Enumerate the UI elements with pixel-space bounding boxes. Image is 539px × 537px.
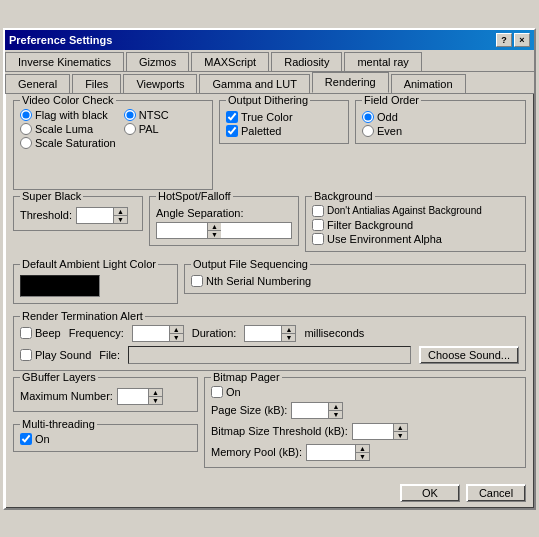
video-color-check-title: Video Color Check <box>20 94 116 106</box>
gbuffer-up[interactable]: ▲ <box>149 389 162 397</box>
threshold-spinbox[interactable]: 5237 ▲ ▼ <box>352 423 408 440</box>
scale-luma-radio[interactable] <box>20 123 32 135</box>
tab-general[interactable]: General <box>5 74 70 93</box>
tab-inverse-kinematics[interactable]: Inverse Kinematics <box>5 52 124 71</box>
frequency-input[interactable]: 440 <box>133 326 169 341</box>
true-color-label: True Color <box>241 111 293 123</box>
gbuffer-input[interactable]: 10 <box>118 389 148 404</box>
tab-animation[interactable]: Animation <box>391 74 466 93</box>
play-sound-option[interactable]: Play Sound <box>20 349 91 361</box>
threshold-up[interactable]: ▲ <box>394 424 407 432</box>
bitmap-pager-on-option[interactable]: On <box>211 386 519 398</box>
paletted-checkbox[interactable] <box>226 125 238 137</box>
tab-mental-ray[interactable]: mental ray <box>344 52 421 71</box>
super-black-input[interactable]: 15 <box>77 208 113 223</box>
file-input[interactable] <box>128 346 411 364</box>
hotspot-falloff-title: HotSpot/Falloff <box>156 190 233 202</box>
tab-radiosity[interactable]: Radiosity <box>271 52 342 71</box>
tab-viewports[interactable]: Viewports <box>123 74 197 93</box>
frequency-down[interactable]: ▼ <box>170 334 183 341</box>
frequency-spinbox[interactable]: 440 ▲ ▼ <box>132 325 184 342</box>
hotspot-input[interactable]: 2.0 <box>157 223 207 238</box>
close-button[interactable]: × <box>514 33 530 47</box>
multithreading-checkbox[interactable] <box>20 433 32 445</box>
gbuffer-spinbox[interactable]: 10 ▲ ▼ <box>117 388 163 405</box>
filter-background-option[interactable]: Filter Background <box>312 219 519 231</box>
filter-background-checkbox[interactable] <box>312 219 324 231</box>
row4: GBuffer Layers Maximum Number: 10 ▲ ▼ <box>13 377 526 474</box>
true-color-checkbox[interactable] <box>226 111 238 123</box>
duration-down[interactable]: ▼ <box>282 334 295 341</box>
flag-with-black-label: Flag with black <box>35 109 108 121</box>
threshold-input[interactable]: 5237 <box>353 424 393 439</box>
super-black-down[interactable]: ▼ <box>114 216 127 223</box>
tab-gizmos[interactable]: Gizmos <box>126 52 189 71</box>
tab-rendering[interactable]: Rendering <box>312 72 389 93</box>
flag-with-black-radio[interactable] <box>20 109 32 121</box>
use-env-alpha-option[interactable]: Use Environment Alpha <box>312 233 519 245</box>
main-content: Video Color Check Flag with black Scale … <box>5 94 534 480</box>
memory-pool-up[interactable]: ▲ <box>356 445 369 453</box>
super-black-up[interactable]: ▲ <box>114 208 127 216</box>
page-size-label: Page Size (kB): <box>211 404 287 416</box>
beep-checkbox[interactable] <box>20 327 32 339</box>
page-size-spinbox[interactable]: 128 ▲ ▼ <box>291 402 343 419</box>
memory-pool-label: Memory Pool (kB): <box>211 446 302 458</box>
hotspot-up[interactable]: ▲ <box>208 223 221 231</box>
cancel-button[interactable]: Cancel <box>466 484 526 502</box>
paletted-option[interactable]: Paletted <box>226 125 342 137</box>
preference-settings-window: Preference Settings ? × Inverse Kinemati… <box>3 28 536 510</box>
odd-option[interactable]: Odd <box>362 111 519 123</box>
scale-saturation-radio[interactable] <box>20 137 32 149</box>
choose-sound-button[interactable]: Choose Sound... <box>419 346 519 364</box>
beep-option[interactable]: Beep <box>20 327 61 339</box>
super-black-spinbox[interactable]: 15 ▲ ▼ <box>76 207 128 224</box>
ok-button[interactable]: OK <box>400 484 460 502</box>
flag-with-black-option[interactable]: Flag with black <box>20 109 116 121</box>
threshold-down[interactable]: ▼ <box>394 432 407 439</box>
output-seq-options: Nth Serial Numbering <box>191 275 519 287</box>
page-size-up[interactable]: ▲ <box>329 403 342 411</box>
play-sound-checkbox[interactable] <box>20 349 32 361</box>
ntsc-option[interactable]: NTSC <box>124 109 169 121</box>
memory-pool-input[interactable]: 50000 <box>307 445 355 460</box>
nth-serial-checkbox[interactable] <box>191 275 203 287</box>
hotspot-down[interactable]: ▼ <box>208 231 221 238</box>
even-option[interactable]: Even <box>362 125 519 137</box>
nth-serial-numbering-option[interactable]: Nth Serial Numbering <box>191 275 519 287</box>
play-sound-label: Play Sound <box>35 349 91 361</box>
threshold-field: Bitmap Size Threshold (kB): 5237 ▲ ▼ <box>211 423 519 440</box>
ambient-color-swatch[interactable] <box>20 275 100 297</box>
even-radio[interactable] <box>362 125 374 137</box>
bitmap-pager-checkbox[interactable] <box>211 386 223 398</box>
memory-pool-spinbox[interactable]: 50000 ▲ ▼ <box>306 444 370 461</box>
true-color-option[interactable]: True Color <box>226 111 342 123</box>
scale-saturation-option[interactable]: Scale Saturation <box>20 137 116 149</box>
help-button[interactable]: ? <box>496 33 512 47</box>
ntsc-radio[interactable] <box>124 109 136 121</box>
tab-maxscript[interactable]: MAXScript <box>191 52 269 71</box>
pal-radio[interactable] <box>124 123 136 135</box>
dont-antialias-option[interactable]: Don't Antialias Against Background <box>312 205 519 217</box>
duration-up[interactable]: ▲ <box>282 326 295 334</box>
memory-pool-field: Memory Pool (kB): 50000 ▲ ▼ <box>211 444 519 461</box>
use-env-alpha-checkbox[interactable] <box>312 233 324 245</box>
gbuffer-down[interactable]: ▼ <box>149 397 162 404</box>
hotspot-angle-label: Angle Separation: <box>156 207 243 219</box>
pal-option[interactable]: PAL <box>124 123 169 135</box>
page-size-input[interactable]: 128 <box>292 403 328 418</box>
frequency-up[interactable]: ▲ <box>170 326 183 334</box>
memory-pool-down[interactable]: ▼ <box>356 453 369 460</box>
tab-gamma-lut[interactable]: Gamma and LUT <box>199 74 309 93</box>
duration-input[interactable]: 200 <box>245 326 281 341</box>
odd-radio[interactable] <box>362 111 374 123</box>
dont-antialias-checkbox[interactable] <box>312 205 324 217</box>
super-black-label: Threshold: <box>20 209 72 221</box>
duration-spinbox[interactable]: 200 ▲ ▼ <box>244 325 296 342</box>
scale-luma-option[interactable]: Scale Luma <box>20 123 116 135</box>
hotspot-spinbox[interactable]: 2.0 ▲ ▼ <box>156 222 292 239</box>
tab-files[interactable]: Files <box>72 74 121 93</box>
multithreading-on-option[interactable]: On <box>20 433 191 445</box>
hotspot-falloff-group: HotSpot/Falloff Angle Separation: 2.0 ▲ … <box>149 196 299 246</box>
page-size-down[interactable]: ▼ <box>329 411 342 418</box>
